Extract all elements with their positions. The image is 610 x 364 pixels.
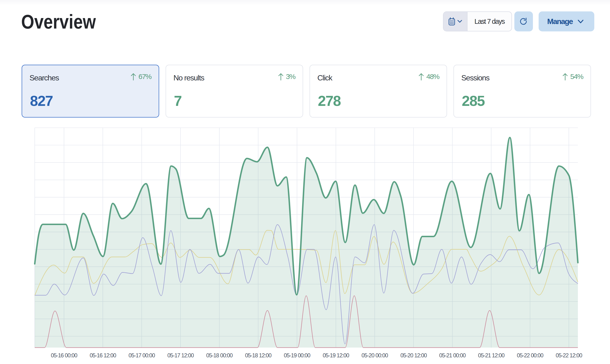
svg-text:05-19 12:00: 05-19 12:00 [323, 352, 349, 359]
svg-text:05-18 00:00: 05-18 00:00 [206, 352, 233, 359]
svg-text:05-22 00:00: 05-22 00:00 [517, 352, 544, 359]
svg-text:05-21 12:00: 05-21 12:00 [478, 352, 505, 359]
svg-text:05-21 00:00: 05-21 00:00 [439, 352, 466, 359]
svg-text:05-17 00:00: 05-17 00:00 [129, 352, 155, 359]
svg-text:05-18 12:00: 05-18 12:00 [245, 352, 272, 359]
svg-text:05-19 00:00: 05-19 00:00 [284, 352, 311, 359]
svg-text:05-16 00:00: 05-16 00:00 [51, 352, 78, 359]
svg-text:05-20 00:00: 05-20 00:00 [362, 352, 388, 359]
svg-text:05-17 12:00: 05-17 12:00 [167, 352, 194, 359]
svg-text:05-16 12:00: 05-16 12:00 [90, 352, 116, 359]
svg-text:05-22 12:00: 05-22 12:00 [556, 352, 582, 359]
svg-text:05-20 12:00: 05-20 12:00 [400, 352, 427, 359]
